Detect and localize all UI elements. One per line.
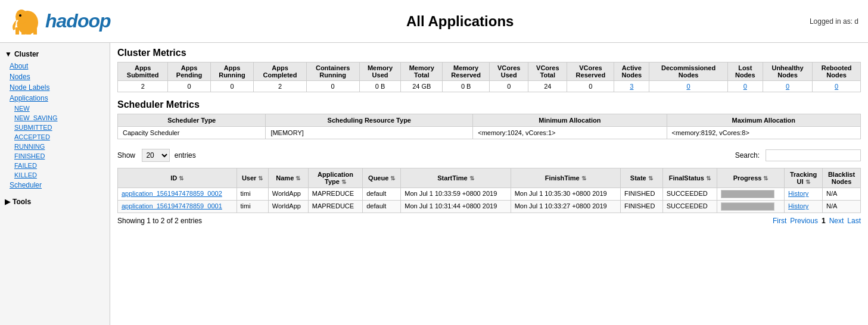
app-tracking-0[interactable]: History (785, 188, 823, 201)
apps-col-id[interactable]: ID ⇅ (118, 168, 237, 188)
apps-col-finish[interactable]: FinishTime ⇅ (511, 168, 620, 188)
apps-col-start[interactable]: StartTime ⇅ (401, 168, 511, 188)
next-page-button[interactable]: Next (829, 217, 844, 225)
current-page: 1 (822, 217, 826, 225)
search-input[interactable] (766, 149, 861, 161)
entries-select[interactable]: 102050100 (142, 149, 170, 162)
cluster-metrics-title: Cluster Metrics (117, 48, 861, 58)
hadoop-text-logo: hadoop (45, 10, 111, 32)
val-unhealthy-nodes[interactable]: 0 (763, 81, 813, 92)
sidebar-item-submitted[interactable]: SUBMITTED (5, 123, 110, 132)
app-name-1: WorldApp (268, 201, 308, 213)
col-vcores-reserved: VCoresReserved (567, 62, 614, 81)
table-row: application_1561947478859_0001 timi Worl… (118, 201, 861, 213)
app-final-0: SUCCEEDED (662, 188, 717, 201)
table-row: application_1561947478859_0002 timi Worl… (118, 188, 861, 201)
sort-final-icon: ⇅ (706, 175, 711, 182)
apps-col-queue[interactable]: Queue ⇅ (363, 168, 401, 188)
col-decommissioned-nodes: DecommissionedNodes (649, 62, 728, 81)
sidebar-item-accepted[interactable]: ACCEPTED (5, 132, 110, 142)
sort-name-icon: ⇅ (295, 175, 300, 182)
show-entries-bar: Show 102050100 entries Search: (117, 146, 861, 164)
applications-table: ID ⇅ User ⇅ Name ⇅ ApplicationType ⇅ Que… (117, 168, 861, 213)
sort-tracking-icon: ⇅ (805, 179, 810, 185)
svg-rect-5 (33, 27, 37, 35)
col-lost-nodes: LostNodes (727, 62, 763, 81)
sched-val-max-alloc: <memory:8192, vCores:8> (667, 127, 860, 139)
val-apps-pending: 0 (168, 81, 210, 92)
col-active-nodes: ActiveNodes (614, 62, 649, 81)
app-type-0: MAPREDUCE (308, 188, 362, 201)
show-entries-left: Show 102050100 entries (117, 149, 196, 162)
sidebar-item-failed[interactable]: FAILED (5, 161, 110, 170)
sched-col-type: Scheduler Type (118, 114, 266, 127)
entries-label: entries (175, 151, 196, 160)
app-progress-1 (717, 201, 785, 213)
sched-col-min-alloc: Minimum Allocation (473, 114, 667, 127)
cluster-metrics-table: AppsSubmitted AppsPending AppsRunning Ap… (117, 62, 861, 92)
val-apps-submitted: 2 (118, 81, 168, 92)
app-queue-1: default (363, 201, 401, 213)
val-decommissioned-nodes[interactable]: 0 (649, 81, 728, 92)
val-rebooted-nodes[interactable]: 0 (813, 81, 861, 92)
scheduler-metrics-table: Scheduler Type Scheduling Resource Type … (117, 114, 861, 139)
apps-col-blacklist: BlacklistNodes (823, 168, 861, 188)
val-vcores-total: 24 (528, 81, 567, 92)
val-apps-completed: 2 (254, 81, 306, 92)
apps-col-final-status[interactable]: FinalStatus ⇅ (662, 168, 717, 188)
sidebar-item-about[interactable]: About (0, 61, 110, 71)
main-content: Cluster Metrics AppsSubmitted AppsPendin… (110, 43, 868, 325)
sort-finish-icon: ⇅ (581, 175, 586, 182)
sidebar-item-new-saving[interactable]: NEW_SAVING (5, 113, 110, 123)
sidebar-item-scheduler[interactable]: Scheduler (0, 180, 110, 190)
col-apps-completed: AppsCompleted (254, 62, 306, 81)
col-memory-reserved: MemoryReserved (443, 62, 490, 81)
col-apps-running: AppsRunning (210, 62, 254, 81)
apps-col-progress[interactable]: Progress ⇅ (717, 168, 785, 188)
app-tracking-1[interactable]: History (785, 201, 823, 213)
scheduler-metrics-row: Capacity Scheduler [MEMORY] <memory:1024… (118, 127, 861, 139)
pagination: First Previous 1 Next Last (773, 217, 861, 225)
progress-fill-0 (721, 190, 774, 198)
apps-col-tracking[interactable]: TrackingUI ⇅ (785, 168, 823, 188)
app-start-0: Mon Jul 1 10:33:59 +0800 2019 (401, 188, 511, 201)
apps-col-user[interactable]: User ⇅ (237, 168, 268, 188)
app-sub-links: NEW NEW_SAVING SUBMITTED ACCEPTED RUNNIN… (0, 104, 110, 180)
app-progress-0 (717, 188, 785, 201)
table-footer: Showing 1 to 2 of 2 entries First Previo… (117, 217, 861, 225)
val-active-nodes[interactable]: 3 (614, 81, 649, 92)
app-final-1: SUCCEEDED (662, 201, 717, 213)
app-name-0: WorldApp (268, 188, 308, 201)
col-memory-used: MemoryUsed (359, 62, 401, 81)
apps-col-name[interactable]: Name ⇅ (268, 168, 308, 188)
svg-rect-2 (15, 27, 19, 35)
val-vcores-reserved: 0 (567, 81, 614, 92)
sched-col-max-alloc: Maximum Allocation (667, 114, 860, 127)
previous-page-button[interactable]: Previous (790, 217, 818, 225)
sidebar-item-killed[interactable]: KILLED (5, 170, 110, 180)
val-apps-running: 0 (210, 81, 254, 92)
col-vcores-used: VCoresUsed (490, 62, 528, 81)
apps-col-type[interactable]: ApplicationType ⇅ (308, 168, 362, 188)
tools-expand-icon: ▶ (5, 198, 10, 206)
sort-state-icon: ⇅ (648, 175, 653, 182)
app-start-1: Mon Jul 1 10:31:44 +0800 2019 (401, 201, 511, 213)
app-id-1[interactable]: application_1561947478859_0001 (118, 201, 237, 213)
app-id-0[interactable]: application_1561947478859_0002 (118, 188, 237, 201)
app-blacklist-1: N/A (823, 201, 861, 213)
sidebar-item-finished[interactable]: FINISHED (5, 151, 110, 161)
layout: ▼ Cluster About Nodes Node Labels Applic… (0, 43, 868, 325)
tools-section-header[interactable]: ▶ Tools (0, 195, 110, 208)
col-rebooted-nodes: RebootedNodes (813, 62, 861, 81)
hadoop-elephant-icon (10, 5, 45, 38)
first-page-button[interactable]: First (773, 217, 786, 225)
sidebar-item-node-labels[interactable]: Node Labels (0, 82, 110, 93)
sidebar-item-nodes[interactable]: Nodes (0, 71, 110, 82)
cluster-section-header[interactable]: ▼ Cluster (0, 48, 110, 61)
sidebar-item-applications[interactable]: Applications (0, 93, 110, 104)
sidebar-item-new[interactable]: NEW (5, 104, 110, 113)
val-lost-nodes[interactable]: 0 (727, 81, 763, 92)
apps-col-state[interactable]: State ⇅ (621, 168, 663, 188)
last-page-button[interactable]: Last (847, 217, 861, 225)
sidebar-item-running[interactable]: RUNNING (5, 142, 110, 151)
